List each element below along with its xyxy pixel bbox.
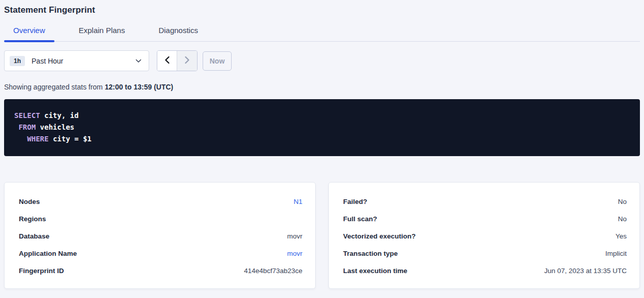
stats-line-prefix: Showing aggregated stats from — [4, 83, 105, 91]
info-row-vectorized: Vectorized execution? Yes — [343, 227, 627, 245]
vectorized-value: Yes — [615, 232, 627, 240]
info-row-database: Database movr — [19, 227, 302, 245]
sql-text: vehicles — [36, 123, 74, 131]
page-title: Statement Fingerprint — [4, 0, 640, 15]
time-step-button-group — [157, 50, 198, 71]
sql-indent — [14, 135, 27, 143]
stats-line-range: 12:00 to 13:59 (UTC) — [105, 83, 174, 91]
now-button[interactable]: Now — [203, 51, 232, 71]
time-range-label: Past Hour — [32, 57, 63, 65]
previous-time-button[interactable] — [157, 51, 177, 71]
info-label: Fingerprint ID — [19, 267, 64, 275]
application-name-link[interactable]: movr — [287, 250, 302, 257]
sql-statement-box: SELECT city, id FROM vehicles WHERE city… — [4, 99, 640, 156]
time-range-badge: 1h — [10, 56, 25, 66]
tab-diagnostics[interactable]: Diagnostics — [149, 26, 207, 41]
execution-attributes-card: Failed? No Full scan? No Vectorized exec… — [328, 182, 640, 289]
info-label: Database — [19, 232, 49, 240]
time-controls: 1h Past Hour Now — [4, 50, 640, 71]
info-row-fingerprint-id: Fingerprint ID 414e4bcf73ab23ce — [19, 262, 302, 279]
info-row-transaction-type: Transaction type Implicit — [343, 245, 627, 262]
nodes-link[interactable]: N1 — [294, 198, 302, 205]
chevron-left-icon — [164, 56, 170, 66]
aggregated-stats-line: Showing aggregated stats from 12:00 to 1… — [4, 83, 640, 91]
chevron-right-icon — [184, 56, 190, 66]
tab-explain-plans[interactable]: Explain Plans — [70, 26, 134, 41]
info-label: Last execution time — [343, 267, 407, 275]
next-time-button[interactable] — [177, 51, 197, 71]
summary-cards: Nodes N1 Regions Database movr Applicati… — [4, 182, 640, 289]
info-row-nodes: Nodes N1 — [19, 193, 302, 210]
info-row-last-execution-time: Last execution time Jun 07, 2023 at 13:3… — [343, 262, 627, 279]
fingerprint-id-value: 414e4bcf73ab23ce — [244, 267, 302, 275]
time-range-dropdown[interactable]: 1h Past Hour — [4, 50, 149, 71]
info-row-regions: Regions — [19, 210, 302, 227]
last-execution-time-value: Jun 07, 2023 at 13:35 UTC — [544, 267, 627, 275]
failed-value: No — [618, 198, 627, 205]
info-label: Nodes — [19, 198, 40, 205]
sql-text: city = $1 — [48, 135, 91, 143]
info-label: Transaction type — [343, 250, 398, 257]
info-label: Application Name — [19, 250, 77, 257]
statement-fingerprint-page: Statement Fingerprint Overview Explain P… — [0, 0, 644, 289]
statement-details-card: Nodes N1 Regions Database movr Applicati… — [4, 182, 316, 289]
info-label: Regions — [19, 215, 46, 223]
full-scan-value: No — [618, 215, 627, 223]
info-label: Failed? — [343, 198, 367, 205]
database-value: movr — [287, 232, 302, 240]
info-row-application-name: Application Name movr — [19, 245, 302, 262]
tab-overview[interactable]: Overview — [4, 26, 54, 41]
sql-keyword: SELECT — [14, 111, 40, 120]
sql-keyword: FROM — [18, 123, 36, 131]
chevron-down-icon — [135, 59, 142, 63]
tab-bar: Overview Explain Plans Diagnostics — [4, 26, 640, 42]
sql-text: city, id — [40, 111, 79, 120]
transaction-type-value: Implicit — [605, 250, 627, 257]
sql-keyword: WHERE — [27, 135, 48, 143]
info-row-full-scan: Full scan? No — [343, 210, 627, 227]
info-row-failed: Failed? No — [343, 193, 627, 210]
info-label: Full scan? — [343, 215, 377, 223]
info-label: Vectorized execution? — [343, 232, 416, 240]
